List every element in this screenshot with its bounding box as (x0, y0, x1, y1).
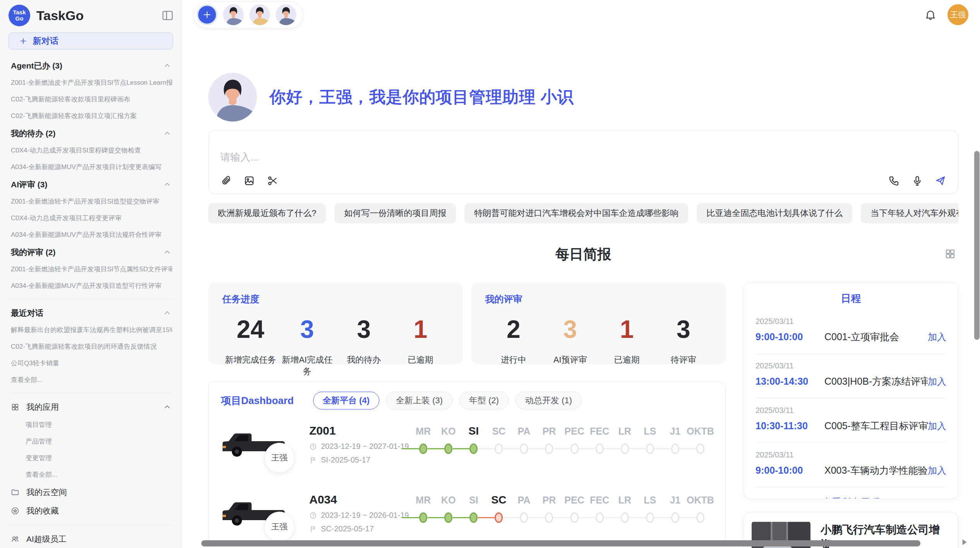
sidebar-section-title: Agent已办 (3) (11, 60, 62, 71)
suggestion-chip[interactable]: 当下年轻人对汽车外观有怎样的喜好趋势 (861, 203, 958, 223)
briefing-header: 每日简报 (208, 245, 958, 264)
sidebar-task-item[interactable]: A034-全新新能源MUV产品开发项目造型可行性评审 (10, 277, 172, 294)
milestone-label: PEC (564, 494, 584, 506)
milestone-label: J1 (670, 425, 680, 437)
join-meeting-link[interactable]: 加入 (928, 375, 946, 388)
app-link-item[interactable]: 项目管理 (10, 416, 172, 433)
milestone-label: MR (416, 425, 431, 437)
sidebar-task-item[interactable]: C0X4-动力总成开发项目SI里程碑提交物检查 (10, 142, 172, 159)
schedule-time: 13:00-14:30 (756, 376, 824, 387)
view-all-schedule-link[interactable]: 查看所有日程 (822, 497, 880, 499)
sidebar-task-item[interactable]: Z001-全新燃油轻卡产品开发项目SI节点属性5D文件评审 (10, 261, 172, 277)
milestone-node (469, 444, 478, 454)
sidebar-section-header[interactable]: 我的待办 (2) (10, 124, 172, 142)
sidebar-section-title: 我的评审 (2) (11, 247, 56, 258)
project-list: 王强 Z001 2023-12-19 ~ 2027-01-19 (221, 423, 713, 547)
dashboard-filter-tab[interactable]: 全新平台 (4) (313, 392, 379, 409)
sidebar-task-item[interactable]: C02-飞腾新能源轻客改款项目里程碑画布 (10, 91, 172, 108)
milestone-track: MR KO (411, 423, 713, 454)
add-assistant-button[interactable] (197, 4, 218, 25)
notifications-bell-icon[interactable] (924, 9, 937, 21)
image-upload-icon[interactable] (243, 175, 255, 187)
assistant-avatar-1[interactable] (223, 4, 244, 25)
horizontal-scrollbar[interactable] (201, 540, 920, 546)
sidebar-section-items: C0X4-动力总成开发项目SI里程碑提交物检查 A034-全新新能源MUV产品开… (10, 142, 172, 175)
milestone-node (545, 512, 553, 523)
suggestion-chip[interactable]: 欧洲新规最近颁布了什么? (208, 203, 326, 223)
schedule-title: 日程 (756, 292, 946, 309)
milestone-station: SC (486, 494, 511, 523)
news-next-button[interactable] (959, 537, 969, 548)
app-logo-icon: Task Go (9, 5, 30, 26)
project-row[interactable]: 王强 Z001 2023-12-19 ~ 2027-01-19 (221, 423, 713, 478)
milestone-node (419, 444, 427, 454)
sidebar-task-item[interactable]: A034-全新新能源MUV产品开发项目计划变更表编写 (10, 159, 172, 175)
chevron-up-icon (163, 403, 171, 411)
assistant-avatar-3[interactable] (276, 4, 296, 25)
app-link-item[interactable]: 变更管理 (10, 450, 172, 466)
recent-chat-item[interactable]: 解释最新出台的欧盟报废车法规再生塑料比例被调至15%... (10, 322, 172, 338)
sidebar-item-favorites[interactable]: 我的收藏 (10, 502, 172, 520)
sidebar-task-item[interactable]: C0X4-动力总成开发项目工程变更评审 (10, 210, 172, 226)
join-meeting-link[interactable]: 加入 (928, 420, 946, 432)
sidebar-section-header[interactable]: 我的评审 (2) (10, 243, 172, 261)
project-row[interactable]: 王强 A034 2023-12-19 ~ 2026-01-19 (221, 492, 713, 547)
vertical-scrollbar[interactable] (974, 151, 980, 340)
sidebar-collapse-button[interactable] (161, 9, 174, 22)
user-avatar[interactable]: 王强 (947, 4, 968, 25)
recent-chat-item[interactable]: 公司Q3轻卡销量 (10, 355, 172, 372)
suggestion-chip[interactable]: 如何写一份清晰的项目周报 (334, 203, 456, 223)
sidebar-my-apps-header[interactable]: 我的应用 (10, 398, 172, 416)
stat-value: 24 (222, 317, 279, 342)
milestone-node (671, 512, 679, 523)
attachment-icon[interactable] (220, 175, 232, 187)
send-icon[interactable] (935, 175, 946, 187)
milestone-label: LR (618, 425, 631, 437)
milestone-node (444, 444, 452, 454)
recent-view-all-link[interactable]: 查看全部... (10, 372, 172, 388)
app-title: TaskGo (36, 8, 155, 23)
screenshot-scissors-icon[interactable] (267, 175, 278, 187)
phone-call-icon[interactable] (888, 175, 900, 187)
sidebar-task-item[interactable]: C02-飞腾新能源轻客改款项目立项汇报方案 (10, 108, 172, 124)
app-link-item[interactable]: 产品管理 (10, 433, 172, 450)
microphone-icon[interactable] (911, 175, 923, 187)
layout-grid-icon[interactable] (944, 248, 956, 260)
dashboard-filter-tab[interactable]: 全新上装 (3) (386, 392, 452, 409)
recent-chat-item[interactable]: C02-飞腾新能源轻客改款项目的闭环通告反馈情况 (10, 338, 172, 355)
sidebar-section-header[interactable]: Agent已办 (3) (10, 57, 172, 74)
sidebar-section-header[interactable]: AI评审 (3) (10, 175, 172, 193)
suggestion-chip[interactable]: 比亚迪全固态电池计划具体说了什么 (697, 203, 852, 223)
apps-view-all-link[interactable]: 查看全部... (10, 466, 172, 483)
milestone-station: LS (637, 494, 663, 523)
milestone-station: SI (461, 425, 486, 454)
stat-value: 2 (485, 317, 542, 342)
sidebar-item-ai-staff[interactable]: AI超级员工 (10, 530, 172, 548)
cloud-space-label: 我的云空间 (26, 487, 67, 498)
sidebar-section-items: Z001-全新燃油轻卡产品开发项目SI节点属性5D文件评审 A034-全新新能源… (10, 261, 172, 294)
milestone-label: MR (416, 494, 431, 506)
schedule-row: 10:30-11:30 C005-整车工程目标评审 加入 (756, 420, 946, 432)
milestone-label: FEC (590, 494, 609, 506)
stat-value: 3 (279, 317, 335, 342)
stat-value: 1 (392, 317, 449, 342)
join-meeting-link[interactable]: 加入 (928, 464, 946, 477)
sidebar-task-item[interactable]: Z001-全新燃油皮卡产品开发项目SI节点Lesson Learn报告 (10, 74, 172, 91)
sidebar-item-cloud-space[interactable]: 我的云空间 (10, 483, 172, 502)
greeting-text: 你好，王强，我是你的项目管理助理 小识 (269, 86, 574, 108)
sidebar-task-item[interactable]: A034-全新新能源MUV产品开发项目法规符合性评审 (10, 226, 172, 243)
stat: 3 待评审 (655, 317, 712, 366)
dashboard-filter-tab[interactable]: 动总开发 (1) (516, 392, 582, 409)
sidebar-task-item[interactable]: Z001-全新燃油轻卡产品开发项目SI造型提交物评审 (10, 193, 172, 210)
sidebar-section-header-recent[interactable]: 最近对话 (10, 304, 172, 322)
dashboard-filter-tab[interactable]: 年型 (2) (459, 392, 509, 409)
ai-staff-label: AI超级员工 (26, 534, 67, 545)
chat-input[interactable] (220, 151, 670, 163)
composer-left-tools (220, 175, 278, 187)
assistant-avatar-2[interactable] (249, 4, 270, 25)
join-meeting-link[interactable]: 加入 (928, 331, 946, 343)
suggestion-chip[interactable]: 特朗普可能对进口汽车增税会对中国车企造成哪些影响 (464, 203, 688, 223)
new-chat-button[interactable]: 新对话 (9, 33, 173, 50)
milestone-label: PA (517, 425, 530, 437)
milestone-station: OKTB (688, 494, 713, 523)
